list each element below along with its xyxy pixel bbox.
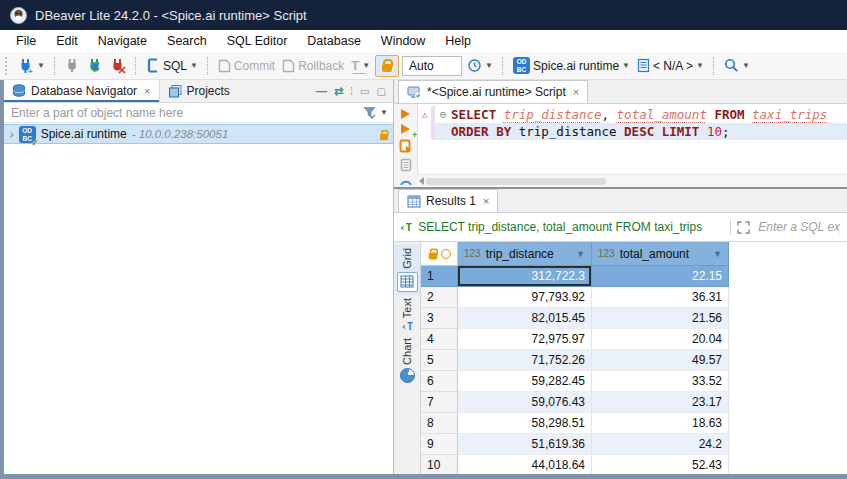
link-with-editor-icon[interactable]: ⇄	[334, 85, 343, 98]
grid-cell[interactable]: 23.17	[592, 392, 729, 413]
expander-icon[interactable]: ›	[10, 128, 14, 140]
grid-cell[interactable]: 52.43	[592, 455, 729, 476]
filter-funnel-icon[interactable]	[363, 106, 376, 119]
grid-cell[interactable]: 59,282.45	[458, 371, 592, 392]
grid-cell[interactable]: 20.04	[592, 329, 729, 350]
sql-editor-button[interactable]: SQL ▼	[144, 56, 200, 75]
script-settings-icon[interactable]	[399, 158, 413, 172]
table-row[interactable]: 951,619.3624.2	[421, 434, 847, 455]
commit-button[interactable]: Commit	[216, 57, 277, 75]
presentation-tab-chart[interactable]: Chart	[394, 335, 420, 386]
minimize-icon[interactable]: ▭	[360, 86, 369, 97]
menu-item-help[interactable]: Help	[435, 32, 481, 50]
menu-item-sql-editor[interactable]: SQL Editor	[217, 32, 298, 50]
grid-cell[interactable]: 97,793.92	[458, 287, 592, 308]
grid-cell[interactable]: 44,018.64	[458, 455, 592, 476]
transaction-log-button[interactable]: T͟ ▼	[349, 56, 372, 75]
grid-cell[interactable]: 18.63	[592, 413, 729, 434]
close-icon[interactable]: ×	[483, 195, 489, 207]
table-row[interactable]: 1312,722.322.15	[421, 266, 847, 287]
code-line[interactable]: ORDER BY trip_distance DESC LIMIT 10;	[418, 123, 847, 140]
row-number[interactable]: 2	[421, 287, 458, 308]
close-icon[interactable]: ×	[573, 86, 579, 98]
fold-marker-icon[interactable]: ⊖	[435, 106, 451, 123]
chevron-down-icon[interactable]: ▼	[380, 109, 388, 117]
row-number[interactable]: 1	[421, 266, 458, 287]
title-bar[interactable]: DBeaver Lite 24.2.0 - <Spice.ai runtime>…	[0, 0, 847, 30]
rollback-button[interactable]: Rollback	[280, 57, 346, 75]
column-header-total-amount[interactable]: 123 total_amount ▼	[592, 242, 729, 266]
connect-button[interactable]	[63, 56, 82, 75]
reconnect-button[interactable]	[85, 56, 105, 76]
tab-results-1[interactable]: Results 1 ×	[398, 189, 498, 212]
table-row[interactable]: 858,298.5118.63	[421, 413, 847, 434]
scrollbar-thumb[interactable]	[426, 178, 606, 185]
autocommit-lock-toggle[interactable]	[375, 55, 399, 77]
execute-new-tab-button[interactable]: +	[401, 124, 410, 134]
editor-horizontal-scrollbar[interactable]	[417, 174, 847, 187]
menu-item-navigate[interactable]: Navigate	[88, 32, 157, 50]
search-button[interactable]: ▼	[722, 56, 752, 75]
close-icon[interactable]: ×	[144, 85, 150, 97]
grid-cell[interactable]: 82,015.45	[458, 308, 592, 329]
row-number[interactable]: 8	[421, 413, 458, 434]
column-filter-icon[interactable]: ▼	[576, 249, 585, 259]
execute-statement-button[interactable]	[401, 109, 410, 119]
grid-corner-cell[interactable]	[421, 242, 458, 266]
object-filter-input[interactable]	[9, 105, 359, 121]
column-header-trip-distance[interactable]: 123 trip_distance ▼	[458, 242, 592, 266]
maximize-icon[interactable]: ▢	[377, 86, 386, 97]
code-line[interactable]: ⚠⊖SELECT trip_distance, total_amount FRO…	[418, 106, 847, 123]
row-number[interactable]: 10	[421, 455, 458, 476]
presentation-tab-text[interactable]: Text ‹T	[394, 295, 420, 335]
row-number[interactable]: 7	[421, 392, 458, 413]
grid-cell[interactable]: 59,076.43	[458, 392, 592, 413]
tab-sql-script[interactable]: *<Spice.ai runtime> Script ×	[398, 80, 588, 103]
menu-item-window[interactable]: Window	[371, 32, 435, 50]
new-connection-button[interactable]: + ▼	[16, 56, 47, 76]
grid-cell[interactable]: 22.15	[592, 266, 729, 287]
grid-cell[interactable]: 51,619.36	[458, 434, 592, 455]
grid-cell[interactable]: 58,298.51	[458, 413, 592, 434]
active-database-select[interactable]: < N/A > ▼	[635, 56, 706, 75]
table-row[interactable]: 759,076.4323.17	[421, 392, 847, 413]
row-number[interactable]: 9	[421, 434, 458, 455]
transaction-history-button[interactable]: ▼	[465, 56, 495, 75]
column-filter-icon[interactable]: ▼	[713, 249, 722, 259]
table-row[interactable]: 571,752.2649.57	[421, 350, 847, 371]
row-number[interactable]: 4	[421, 329, 458, 350]
results-filter-input[interactable]	[756, 219, 842, 235]
grid-cell[interactable]: 72,975.97	[458, 329, 592, 350]
execute-script-icon[interactable]	[399, 139, 413, 153]
explain-plan-icon[interactable]	[399, 177, 413, 185]
table-row[interactable]: 659,282.4533.52	[421, 371, 847, 392]
grid-cell[interactable]: 33.52	[592, 371, 729, 392]
tab-projects[interactable]: Projects	[160, 80, 238, 102]
grid-cell[interactable]: 71,752.26	[458, 350, 592, 371]
menu-item-edit[interactable]: Edit	[46, 32, 88, 50]
connection-tree-item[interactable]: › ODBC Spice.ai runtime - 10.0.0.238:500…	[4, 124, 393, 144]
active-connection-select[interactable]: ODBC Spice.ai runtime ▼	[511, 55, 632, 76]
table-row[interactable]: 1044,018.6452.43	[421, 455, 847, 476]
disconnect-button[interactable]	[108, 56, 128, 76]
row-number[interactable]: 6	[421, 371, 458, 392]
menu-item-file[interactable]: File	[6, 32, 46, 50]
scroll-left-icon[interactable]	[419, 177, 424, 185]
tab-database-navigator[interactable]: Database Navigator ×	[4, 80, 160, 102]
grid-cell[interactable]: 24.2	[592, 434, 729, 455]
table-row[interactable]: 297,793.9236.31	[421, 287, 847, 308]
commit-mode-select[interactable]: Auto	[402, 56, 462, 76]
maximize-results-icon[interactable]	[737, 221, 750, 234]
collapse-all-icon[interactable]: —	[316, 85, 327, 97]
menu-item-database[interactable]: Database	[297, 32, 371, 50]
table-row[interactable]: 382,015.4521.56	[421, 308, 847, 329]
row-number[interactable]: 5	[421, 350, 458, 371]
presentation-tab-grid[interactable]: Grid	[394, 245, 420, 295]
grid-cell[interactable]: 36.31	[592, 287, 729, 308]
row-number[interactable]: 3	[421, 308, 458, 329]
table-row[interactable]: 472,975.9720.04	[421, 329, 847, 350]
grid-cell[interactable]: 21.56	[592, 308, 729, 329]
grid-cell[interactable]: 312,722.3	[458, 266, 592, 287]
view-menu-icon[interactable]: ⁞	[350, 86, 353, 97]
menu-item-search[interactable]: Search	[157, 32, 217, 50]
